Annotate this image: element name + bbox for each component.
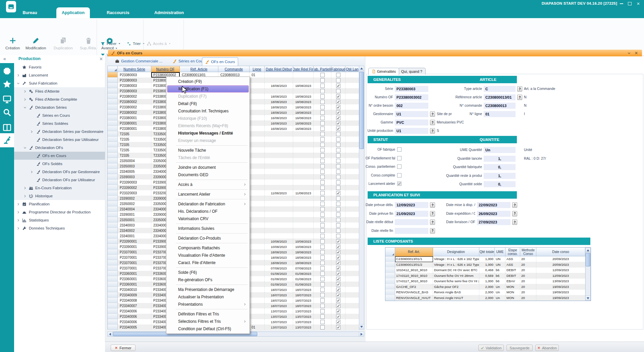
field-quantit-solde[interactable]: 0, [484,181,516,187]
cell-fab[interactable] [331,190,345,196]
composant-cell-methode[interactable]: 20 [520,295,536,301]
cell-d1[interactable]: 18/07/2023 [265,292,293,298]
cell-serie[interactable]: P23380002 [118,94,151,99]
cell-ligne[interactable] [250,115,265,120]
checkbox-fab-checked[interactable] [336,110,340,115]
cell-d1[interactable]: 16/08/2023 [265,120,293,126]
row-selector[interactable] [108,324,118,330]
menu-tab-application[interactable]: Application [56,7,90,18]
cell-d2[interactable]: 18/08/2023 [293,94,314,99]
cell-qte[interactable] [345,201,359,206]
checkbox-fp[interactable] [320,245,325,249]
composant-cell-methode[interactable]: 20 [520,267,536,273]
context-menu-item-cr-ation-f9[interactable]: Création (F9) [167,78,249,85]
composant-cell-sel[interactable] [385,267,395,273]
checkbox-fp[interactable] [320,218,325,222]
composant-cell-methode[interactable]: 20 [520,284,536,290]
composant-cell-methode[interactable]: 20 [520,256,536,262]
menu-tab-raccourcis[interactable]: Raccourcis [107,7,129,18]
sidebar-item-d-claration-s-ries-par-gestionnaire[interactable]: Déclaration Séries par Gestionnaire [14,128,105,136]
composant-cell-date[interactable]: 19/09/2023 [536,290,585,295]
cell-qte[interactable] [345,217,359,222]
cell-d1[interactable]: 18/08/2023 [265,83,293,88]
chevron-right-icon[interactable] [23,195,26,198]
composant-cell-date[interactable]: 19/09/2023 [536,284,585,290]
cell-d1[interactable] [265,174,293,180]
checkbox-fab[interactable] [336,78,340,83]
cell-fab[interactable] [331,260,345,265]
cell-d2[interactable] [293,131,314,137]
cell-d2[interactable] [293,174,314,180]
cell-serie[interactable]: T2335 [118,147,151,153]
cell-d2[interactable] [293,201,314,206]
cell-fab[interactable] [331,233,345,239]
sidebar-item-historique[interactable]: Historique [14,192,105,200]
row-selector[interactable] [108,110,118,115]
cell-fab[interactable] [331,276,345,282]
cell-qte[interactable] [345,265,359,271]
checkbox-fp[interactable] [320,288,325,292]
composant-cell-etape[interactable]: DEBIT [505,267,520,273]
help-button[interactable]: ? [517,95,522,100]
cell-fp[interactable] [314,249,331,255]
cell-qte[interactable] [345,153,359,158]
cell-d1[interactable]: 01/08/2023 [265,282,293,287]
cell-qte[interactable] [345,190,359,196]
composant-cell-date[interactable]: 20/09/2023 [536,256,585,262]
composant-cell-des[interactable]: Renvoi Angle HAUT [433,295,479,301]
row-selector[interactable] [108,163,118,169]
composant-cell-ume[interactable]: b6 [495,267,505,273]
composant-cell-sel[interactable] [385,290,395,295]
cell-ligne[interactable] [250,185,265,190]
help-button[interactable]: ? [512,211,517,216]
checkbox-fab[interactable] [336,196,340,201]
context-menu-item-his-d-clarations-of[interactable]: His. Déclarations / OF [167,208,249,215]
cell-serie[interactable]: 23340004 [118,206,151,212]
composant-cell-ref[interactable]: C230800013/01/1 [395,256,433,262]
cell-serie[interactable]: P23340009 [118,292,151,298]
chevron-right-icon[interactable] [17,211,20,214]
composant-cell-ume[interactable]: Un [495,290,505,295]
cell-ligne[interactable] [250,190,265,196]
cell-serie[interactable]: P23380001 [118,120,151,126]
cell-ligne[interactable]: 01 [250,324,265,330]
chevron-right-icon[interactable] [23,90,26,93]
cell-qte[interactable] [345,319,359,324]
field-num-ro-of[interactable]: P23380003002 [395,94,428,100]
checkbox-fp[interactable] [320,261,325,265]
scroll-right-arrow[interactable] [359,332,364,337]
checkbox-fab-checked[interactable] [336,304,340,308]
cell-fp[interactable] [314,260,331,265]
cell-qte[interactable] [345,169,359,174]
cell-fab[interactable] [331,94,345,99]
cell-fab[interactable] [331,88,345,94]
row-selector[interactable] [108,201,118,206]
cell-d2[interactable]: 16/08/2023 [293,120,314,126]
row-selector[interactable] [108,180,118,185]
cell-ligne[interactable] [250,217,265,222]
cell-d2[interactable]: 18/07/2023 [293,287,314,292]
cell-serie[interactable]: P23340006 [118,308,151,314]
composant-cell-sel[interactable] [385,295,395,301]
cell-ligne[interactable] [250,94,265,99]
composant-cell-des[interactable]: Vitrage : H x L : 626 x 162 Type : 4FE [433,256,479,262]
cell-ligne[interactable] [250,233,265,239]
cell-fab[interactable] [331,169,345,174]
cell-qte[interactable] [345,78,359,83]
cell-ligne[interactable] [250,83,265,88]
row-selector[interactable] [108,308,118,314]
cell-d2[interactable] [293,158,314,163]
checkbox-fab[interactable] [336,202,340,206]
cell-d2[interactable] [293,222,314,228]
cell-fp[interactable] [314,180,331,185]
cell-serie[interactable]: T2335 [118,137,151,142]
sidebar-item-planification[interactable]: Planification [14,200,105,208]
cell-fp[interactable] [314,206,331,212]
cell-fp[interactable] [314,271,331,276]
row-selector[interactable] [108,282,118,287]
composant-cell-ref[interactable]: RENVOIANGLE_HAUT [395,295,433,301]
column-header-ligne[interactable]: Ligne [250,66,265,72]
cell-serie[interactable]: 23390002 [118,196,151,201]
cell-fab[interactable] [331,83,345,88]
cell-fab[interactable] [331,163,345,169]
